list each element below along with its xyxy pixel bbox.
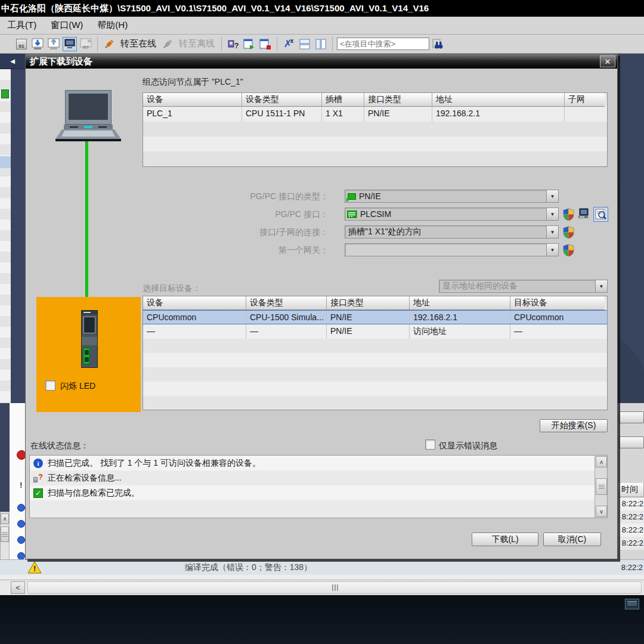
only-errors-checkbox[interactable] — [425, 439, 435, 450]
compile-status-row: ! 编译完成（错误：0；警告：138） 8:22:2 — [0, 559, 644, 575]
column-header[interactable]: 地址 — [410, 296, 510, 310]
search-binoculars-icon[interactable] — [431, 37, 445, 51]
project-search-input[interactable] — [337, 38, 429, 50]
uac-shield-icon — [562, 208, 575, 221]
first-gateway-combo[interactable]: ▼ — [345, 243, 559, 256]
column-header[interactable]: 设备 — [143, 93, 242, 107]
download-button[interactable]: 下载(L) — [472, 532, 538, 546]
subnet-connection-combo[interactable]: 插槽"1 X1"处的方向 ▼ — [345, 225, 559, 239]
upload-from-device-icon[interactable] — [47, 37, 61, 51]
table-row-selected[interactable]: CPUcommon CPU-1500 Simula... PN/IE 192.1… — [143, 310, 607, 324]
time-column-header: 时间 — [618, 483, 644, 497]
table-row[interactable]: PLC_1 CPU 1511-1 PN 1 X1 PN/IE 192.168.2… — [143, 107, 607, 122]
go-online-button[interactable]: 转至在线 — [118, 38, 159, 49]
subnet-connection-label: 接口/子网的连接： — [169, 227, 329, 238]
first-gateway-label: 第一个网关： — [169, 245, 329, 256]
start-cpu-icon[interactable] — [242, 37, 256, 51]
status-message-empty-row — [30, 500, 607, 518]
background-message-icon — [17, 536, 25, 544]
pg-laptop-illustration — [55, 89, 121, 143]
tray-monitor-icon[interactable] — [625, 599, 639, 609]
menu-tools[interactable]: 工具(T) — [0, 20, 44, 31]
column-header[interactable]: 子网 — [565, 93, 605, 107]
scrollbar-thumb[interactable] — [596, 478, 607, 495]
menu-bar: 工具(T) 窗口(W) 帮助(H) — [0, 17, 644, 35]
split-vertical-icon[interactable] — [314, 37, 328, 51]
device-search-magnifier-icon[interactable] — [593, 207, 608, 222]
column-header[interactable]: 设备类型 — [246, 296, 327, 310]
background-project-tree — [0, 69, 11, 403]
message-list-scrollbar[interactable]: ∧ ∨ — [595, 456, 607, 518]
dialog-close-button[interactable]: ✕ — [600, 55, 615, 67]
table-empty-row — [143, 382, 607, 396]
success-check-icon: ✓ — [33, 488, 43, 498]
horizontal-scrollbar[interactable]: < — [0, 580, 644, 595]
menu-help[interactable]: 帮助(H) — [90, 20, 135, 31]
table-empty-row — [143, 396, 607, 410]
status-message-row[interactable]: ? 正在检索设备信息... — [30, 470, 607, 485]
pgpc-type-label: PG/PC 接口的类型： — [169, 191, 329, 202]
split-horizontal-icon[interactable] — [298, 37, 312, 51]
chevron-down-icon[interactable]: ▼ — [546, 244, 558, 256]
background-navy-strip — [11, 54, 25, 419]
background-exclaim-icon: ! — [20, 481, 22, 490]
configured-node-table: 设备 设备类型 插槽 接口类型 地址 子网 PLC_1 CPU 1511-1 P… — [143, 92, 608, 167]
table-empty-row — [143, 353, 607, 367]
scrollbar-thumb[interactable] — [1, 527, 9, 542]
status-message-text: 正在检索设备信息... — [48, 473, 122, 484]
select-target-label: 选择目标设备： — [143, 283, 201, 294]
collapse-panel-button[interactable]: ◀ — [0, 54, 25, 69]
chevron-down-icon[interactable]: ▼ — [546, 190, 558, 202]
accessible-devices-icon[interactable]: ? — [226, 37, 240, 51]
scroll-down-button[interactable]: ∨ — [596, 506, 607, 517]
pgpc-interface-label: PG/PC 接口： — [169, 209, 329, 220]
cancel-button[interactable]: 取消(C) — [543, 532, 601, 546]
column-header[interactable]: 接口类型 — [327, 296, 410, 310]
column-header[interactable]: 插槽 — [322, 93, 364, 107]
load-memory-icon[interactable]: 01 — [14, 37, 29, 51]
start-simulation-icon[interactable] — [63, 37, 77, 51]
window-title: 中石化洛阳（陕西延长中煤）\S71500_AVI_V0.1\S71500_AVI… — [0, 0, 644, 17]
go-offline-icon — [160, 37, 175, 51]
cross-reference-icon[interactable]: ✗x — [281, 37, 296, 51]
table-empty-row — [143, 137, 607, 151]
uac-shield-icon — [562, 244, 575, 256]
column-header[interactable]: 目标设备 — [510, 296, 605, 310]
start-runtime-icon[interactable]: RT — [79, 37, 93, 51]
pgpc-type-combo[interactable]: PN/IE ▼ — [345, 190, 559, 203]
column-header[interactable]: 接口类型 — [364, 93, 432, 107]
table-empty-row — [143, 367, 607, 382]
flash-led-checkbox[interactable] — [45, 380, 55, 391]
scroll-up-button[interactable]: ∧ — [596, 456, 607, 467]
table-row[interactable]: — — PN/IE 访问地址 — — [143, 324, 607, 339]
show-accessible-devices-icon[interactable] — [578, 208, 592, 221]
pnie-network-icon — [348, 193, 356, 200]
chevron-down-icon[interactable]: ▼ — [546, 208, 558, 220]
flash-led-label: 闪烁 LED — [60, 381, 95, 392]
start-search-button[interactable]: 开始搜索(S) — [540, 419, 608, 432]
background-right-pane: 时间 8:22:2 8:22:2 8:22:2 8:22:2 — [618, 403, 644, 559]
scroll-up-button[interactable]: ∧ — [1, 513, 9, 524]
table-empty-row — [143, 122, 607, 137]
timestamp-cell: 8:22:2 — [618, 537, 644, 550]
column-header[interactable]: 地址 — [432, 93, 565, 107]
menu-window[interactable]: 窗口(W) — [44, 20, 90, 31]
column-header[interactable]: 设备类型 — [242, 93, 322, 107]
target-filter-combo[interactable]: 显示地址相同的设备 ▼ — [439, 280, 608, 293]
go-offline-button: 转至离线 — [177, 38, 217, 49]
table-empty-row — [143, 339, 607, 353]
config-node-label: 组态访问节点属于 "PLC_1" — [143, 77, 243, 88]
pgpc-interface-combo[interactable]: PLCSIM ▼ — [345, 208, 559, 221]
chevron-down-icon[interactable]: ▼ — [546, 226, 558, 238]
chevron-down-icon[interactable]: ▼ — [595, 280, 607, 292]
status-message-row[interactable]: ✓ 扫描与信息检索已完成。 — [30, 485, 607, 500]
download-to-device-icon[interactable] — [30, 37, 45, 51]
stop-cpu-icon[interactable] — [258, 37, 273, 51]
scroll-left-button[interactable]: < — [11, 581, 25, 594]
extended-download-dialog: 扩展下载到设备 ✕ 组态访问节点属于 "PLC_1" 设备 设备类型 插槽 接口… — [25, 54, 618, 559]
status-message-row[interactable]: i 扫描已完成。 找到了 1 个与 1 可访问设备相兼容的设备。 — [30, 456, 607, 470]
scrollbar-thumb[interactable] — [27, 581, 642, 594]
column-header[interactable]: 设备 — [143, 296, 246, 310]
chevron-up-icon: ∧ — [599, 459, 603, 465]
go-online-icon[interactable] — [102, 37, 116, 51]
